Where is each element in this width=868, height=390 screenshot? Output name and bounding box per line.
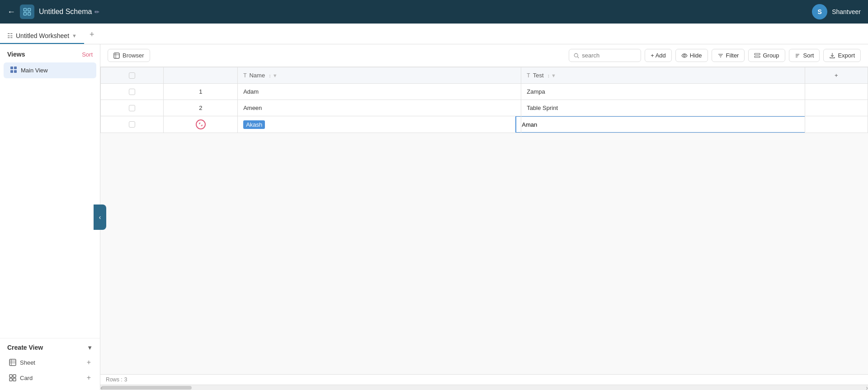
views-title: Views xyxy=(7,51,25,58)
svg-rect-15 xyxy=(13,378,16,381)
schema-icon xyxy=(20,5,34,19)
row2-test: Table Sprint xyxy=(527,105,558,111)
header-test-label: Test xyxy=(533,72,544,79)
add-label: + Add xyxy=(651,52,666,59)
test-sort-icon[interactable]: ↕ ▼ xyxy=(547,73,556,78)
row1-checkbox[interactable] xyxy=(129,89,135,95)
svg-rect-0 xyxy=(24,9,27,11)
toolbar-left: Browser xyxy=(108,49,150,62)
table-footer: Rows : 3 xyxy=(100,374,868,385)
svg-rect-6 xyxy=(10,70,13,73)
card-view-item[interactable]: Card + xyxy=(7,371,93,385)
table-row: 1 Adam Zampa xyxy=(101,84,868,100)
row1-test: Zampa xyxy=(527,88,545,95)
sheet-add-icon[interactable]: + xyxy=(87,358,91,366)
row1-extra xyxy=(805,84,868,100)
tab-worksheet[interactable]: ☷ Untitled Worksheet ▼ xyxy=(0,29,84,44)
row2-num: 2 xyxy=(164,100,238,116)
sort-icon xyxy=(795,52,801,59)
export-icon xyxy=(829,52,835,59)
create-view-section: Create View ▼ Sheet + xyxy=(0,338,100,390)
svg-rect-2 xyxy=(24,13,27,15)
views-sort-button[interactable]: Sort xyxy=(82,51,93,58)
svg-rect-16 xyxy=(114,53,119,58)
group-button[interactable]: Group xyxy=(748,49,785,62)
row2-test-cell[interactable]: Table Sprint xyxy=(521,100,805,116)
back-button[interactable]: ← xyxy=(7,7,15,17)
row3-test-input[interactable] xyxy=(515,116,809,133)
create-view-chevron-icon: ▼ xyxy=(87,344,93,351)
sheet-icon xyxy=(9,359,16,366)
main-view-item[interactable]: Main View xyxy=(4,62,96,78)
row1-test-cell[interactable]: Zampa xyxy=(521,84,805,100)
scroll-right-arrow[interactable]: › xyxy=(866,384,868,390)
main-view-icon xyxy=(10,66,17,75)
filter-label: Filter xyxy=(726,52,739,59)
name-sort-icon[interactable]: ↕ ▼ xyxy=(269,73,277,78)
filter-button[interactable]: Filter xyxy=(712,49,745,62)
svg-rect-1 xyxy=(28,9,31,11)
svg-rect-12 xyxy=(9,375,12,377)
row2-checkbox[interactable] xyxy=(129,105,135,111)
card-add-icon[interactable]: + xyxy=(87,374,91,382)
create-view-items: Sheet + Card + xyxy=(7,356,93,385)
add-column-button[interactable]: + xyxy=(805,67,868,84)
sheet-label: Sheet xyxy=(20,359,35,366)
browser-label: Browser xyxy=(123,52,144,59)
sheet-view-item[interactable]: Sheet + xyxy=(7,356,93,369)
group-icon xyxy=(754,52,760,59)
name-type-icon: T xyxy=(243,72,246,79)
horizontal-scrollbar[interactable]: › ‹ xyxy=(100,385,868,390)
svg-point-21 xyxy=(684,55,685,57)
svg-rect-25 xyxy=(755,53,760,55)
create-view-header[interactable]: Create View ▼ xyxy=(7,344,93,351)
svg-rect-3 xyxy=(28,13,31,15)
add-tab-button[interactable]: + xyxy=(84,26,100,44)
row3-expand-cell[interactable] xyxy=(164,116,238,133)
search-box[interactable] xyxy=(569,49,641,62)
tab-chevron-icon: ▼ xyxy=(72,33,77,38)
rows-count: 3 xyxy=(124,376,127,383)
hide-button[interactable]: Hide xyxy=(675,49,708,62)
sort-button[interactable]: Sort xyxy=(789,49,820,62)
scrollbar-thumb[interactable] xyxy=(101,386,192,390)
group-label: Group xyxy=(763,52,779,59)
browser-button[interactable]: Browser xyxy=(108,49,150,62)
search-input[interactable] xyxy=(582,52,636,59)
sheet-item-left: Sheet xyxy=(9,359,35,366)
views-header: Views Sort xyxy=(0,44,100,62)
table-header-row: T Name ↕ ▼ T Test ↕ ▼ + xyxy=(101,67,868,84)
row-expand-button[interactable] xyxy=(196,119,206,129)
export-button[interactable]: Export xyxy=(823,49,861,62)
add-button[interactable]: + Add xyxy=(645,49,672,62)
row3-name-cell[interactable]: Akash xyxy=(238,116,521,133)
card-label: Card xyxy=(20,375,33,381)
sidebar-collapse-button[interactable]: ‹ xyxy=(94,205,106,230)
hide-icon xyxy=(681,52,688,59)
hide-label: Hide xyxy=(690,52,702,59)
export-label: Export xyxy=(838,52,855,59)
row3-extra xyxy=(805,116,868,133)
svg-rect-26 xyxy=(755,56,760,57)
header-test-col[interactable]: T Test ↕ ▼ xyxy=(521,67,805,84)
edit-schema-icon[interactable]: ✏ xyxy=(94,9,99,15)
row1-name: Adam xyxy=(243,88,259,95)
row1-name-cell[interactable]: Adam xyxy=(238,84,521,100)
header-name-col[interactable]: T Name ↕ ▼ xyxy=(238,67,521,84)
row3-checkbox[interactable] xyxy=(129,121,135,128)
rows-label: Rows : xyxy=(106,376,123,383)
select-all-checkbox[interactable] xyxy=(129,72,135,79)
table-row-active: Akash xyxy=(101,116,868,133)
table-scroll-area[interactable]: T Name ↕ ▼ T Test ↕ ▼ + xyxy=(100,67,868,374)
nav-left: ← Untitled Schema ✏ xyxy=(7,5,99,19)
row3-test-cell[interactable] xyxy=(521,116,805,133)
svg-rect-14 xyxy=(9,378,12,381)
avatar: S xyxy=(812,4,827,19)
tab-grid-icon: ☷ xyxy=(7,32,13,39)
scroll-left-arrow[interactable]: ‹ xyxy=(100,384,103,390)
browser-icon xyxy=(113,52,120,59)
row2-name-cell[interactable]: Ameen xyxy=(238,100,521,116)
tab-label: Untitled Worksheet xyxy=(16,32,69,39)
table-row: 2 Ameen Table Sprint xyxy=(101,100,868,116)
test-type-icon: T xyxy=(527,72,530,79)
